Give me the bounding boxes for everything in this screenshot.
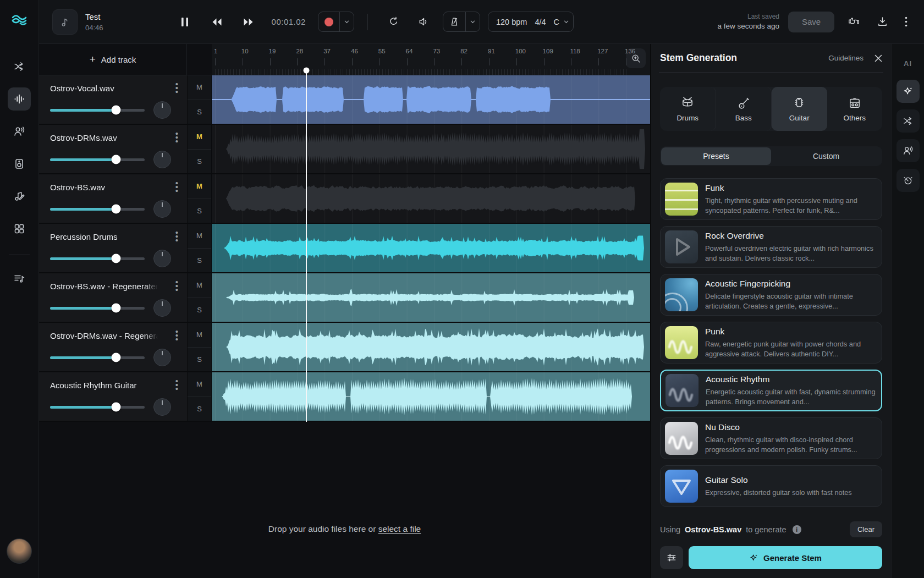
track-options-icon[interactable]: ••• [175,132,178,143]
select-file-link[interactable]: select a file [378,524,421,533]
instrument-tab-drums[interactable]: Drums [660,87,716,131]
waveform-region[interactable] [212,75,650,124]
track-header[interactable]: Ostrov-Vocal.wav••• [39,75,187,124]
volume-slider[interactable] [50,109,145,112]
volume-slider[interactable] [50,158,145,161]
tempo-chevron-icon[interactable] [559,19,573,24]
waveform-region[interactable] [212,372,650,421]
mute-button[interactable]: M [188,75,211,100]
pan-knob[interactable] [153,200,171,218]
generation-settings-button[interactable] [660,546,683,569]
mute-button[interactable]: M [188,174,211,199]
metronome-chevron-icon[interactable] [466,19,480,24]
volume-slider[interactable] [50,356,145,359]
info-icon[interactable]: i [793,525,801,534]
loop-icon[interactable] [381,13,406,31]
sidebar-item-apps[interactable] [8,217,31,240]
timeline-ruler[interactable]: 110192837465564738291100109118127136 [212,44,650,75]
preset-card-fingerpicking[interactable]: Acoustic FingerpickingDelicate fingersty… [660,274,882,316]
pan-knob[interactable] [153,349,171,366]
tempo-key-selector[interactable]: 120 bpm 4/4 C [488,12,574,32]
more-options-icon[interactable] [898,13,914,30]
track-header[interactable]: Percussion Drums••• [39,224,187,272]
fast-forward-button[interactable] [235,13,262,31]
sidebar-item-editor[interactable] [8,87,31,111]
track-header[interactable]: Ostrov-DRMs.wav - Regenerated••• [39,323,187,371]
preset-card-rock[interactable]: Rock OverdrivePowerful overdriven electr… [660,226,882,268]
download-icon[interactable] [870,13,895,31]
sidebar-item-speaker[interactable] [8,152,31,175]
mode-tab-custom[interactable]: Custom [771,147,881,165]
track-header[interactable]: Acoustic Rhythm Guitar••• [39,372,187,421]
track-options-icon[interactable]: ••• [175,379,178,390]
metronome-button-group[interactable] [443,12,480,32]
app-logo-icon[interactable] [11,13,28,26]
add-track-button[interactable]: + Add track [39,44,187,75]
mute-button[interactable]: M [188,224,211,249]
solo-button[interactable]: S [188,150,211,174]
mute-button[interactable]: M [188,125,211,150]
ai-voice-icon[interactable] [897,139,920,162]
sidebar-item-splitter[interactable] [8,55,31,78]
volume-icon[interactable] [411,13,436,31]
song-chip[interactable]: Test 04:46 [52,9,103,35]
record-chevron-icon[interactable] [340,19,354,24]
instrument-tab-bass[interactable]: Bass [716,87,772,131]
track-options-icon[interactable]: ••• [175,280,178,291]
waveform-region[interactable] [212,224,650,272]
waveform-region[interactable] [212,323,650,371]
user-avatar[interactable] [7,538,32,564]
mode-tab-presets[interactable]: Presets [661,147,771,165]
instrument-tab-guitar[interactable]: Guitar [772,87,827,131]
record-button-group[interactable] [318,12,354,32]
track-options-icon[interactable]: ••• [175,181,178,192]
clear-button[interactable]: Clear [850,521,882,537]
ai-splitter-icon[interactable] [897,109,920,133]
feedback-thumbs-icon[interactable] [841,12,867,31]
pan-knob[interactable] [153,151,171,168]
solo-button[interactable]: S [188,397,211,421]
preset-card-acoustic-rhythm[interactable]: Acoustic RhythmEnergetic acoustic guitar… [660,370,882,411]
volume-slider[interactable] [50,208,145,211]
track-header[interactable]: Ostrov-BS.wav - Regenerated••• [39,273,187,322]
guidelines-link[interactable]: Guidelines [828,54,864,62]
preset-card-punk[interactable]: PunkRaw, energetic punk guitar with powe… [660,322,882,364]
volume-slider[interactable] [50,406,145,409]
sidebar-item-lyrics[interactable] [8,185,31,208]
waveform-region[interactable] [212,273,650,322]
pause-button[interactable] [174,13,196,31]
waveform-region[interactable] [212,174,650,223]
solo-button[interactable]: S [188,249,211,273]
volume-slider[interactable] [50,307,145,310]
instrument-tab-others[interactable]: Others [827,87,883,131]
pan-knob[interactable] [153,250,171,267]
ai-mastering-icon[interactable] [897,169,920,192]
preset-card-funk[interactable]: FunkTight, rhythmic guitar with percussi… [660,178,882,220]
track-options-icon[interactable]: ••• [175,330,178,341]
mute-button[interactable]: M [188,323,211,348]
preset-card-guitar-solo[interactable]: Guitar SoloExpressive, distorted guitar … [660,465,882,507]
save-button[interactable]: Save [788,12,834,32]
track-options-icon[interactable]: ••• [175,231,178,242]
generate-stem-button[interactable]: Generate Stem [689,546,882,569]
mute-button[interactable]: M [188,372,211,397]
close-panel-icon[interactable] [875,54,882,62]
sidebar-item-queue[interactable] [8,267,31,290]
preset-card-nu-disco[interactable]: Nu DiscoClean, rhythmic guitar with disc… [660,417,882,459]
pan-knob[interactable] [153,299,171,317]
solo-button[interactable]: S [188,199,211,223]
rewind-button[interactable] [204,13,230,31]
waveform-region[interactable] [212,125,650,173]
pan-knob[interactable] [153,398,171,416]
sidebar-item-voice[interactable] [8,120,31,143]
track-header[interactable]: Ostrov-BS.wav••• [39,174,187,223]
mute-button[interactable]: M [188,273,211,298]
track-header[interactable]: Ostrov-DRMs.wav••• [39,125,187,173]
pan-knob[interactable] [153,101,171,119]
metronome-icon[interactable] [443,16,465,27]
track-options-icon[interactable]: ••• [175,82,178,93]
record-icon[interactable] [324,18,333,26]
volume-slider[interactable] [50,257,145,260]
solo-button[interactable]: S [188,298,211,322]
solo-button[interactable]: S [188,100,211,124]
